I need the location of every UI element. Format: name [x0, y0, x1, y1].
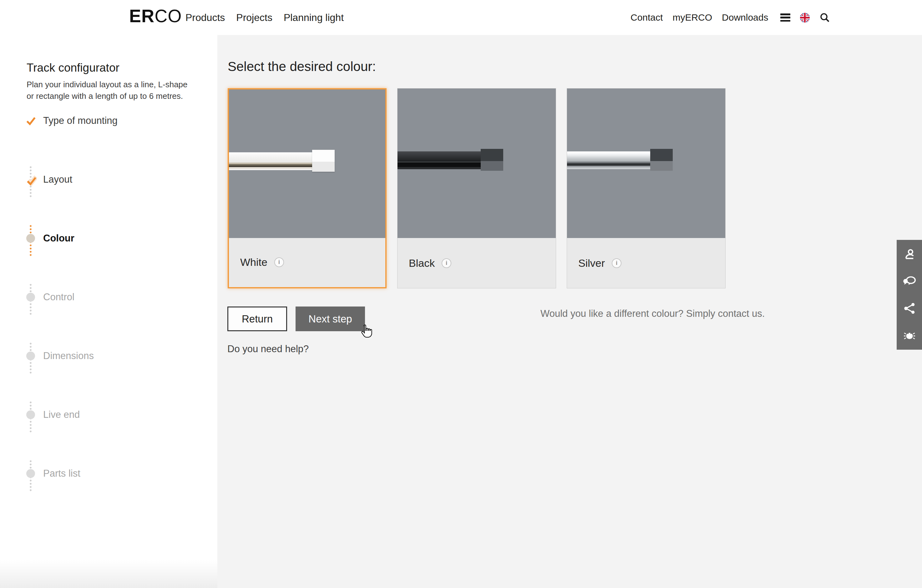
step-label: Dimensions — [43, 350, 94, 361]
step-colour[interactable]: Colour — [0, 232, 217, 245]
colour-name: Black — [409, 257, 435, 269]
share-icon[interactable] — [902, 302, 916, 315]
top-header: ERCO Products Projects Planning light Co… — [0, 0, 922, 35]
primary-nav: Products Projects Planning light — [185, 0, 344, 35]
info-icon[interactable]: i — [612, 258, 621, 268]
nav-planning-light[interactable]: Planning light — [284, 12, 344, 23]
sidebar-description: Plan your individual layout as a line, L… — [26, 79, 196, 102]
card-label-row: Silver i — [567, 238, 725, 288]
search-icon[interactable] — [819, 12, 830, 23]
user-icon[interactable] — [902, 247, 916, 261]
step-label: Parts list — [43, 468, 80, 479]
colour-option-black[interactable]: Black i — [397, 88, 556, 288]
step-label: Live end — [43, 409, 80, 420]
utility-nav: Contact myERCO Downloads — [631, 0, 830, 35]
info-icon[interactable]: i — [274, 257, 284, 267]
card-label-row: Black i — [397, 238, 556, 288]
nav-contact[interactable]: Contact — [631, 12, 663, 23]
page-heading: Select the desired colour: — [228, 59, 376, 74]
step-label: Colour — [43, 233, 74, 244]
black-track-image — [397, 88, 556, 238]
colour-name: Silver — [578, 257, 605, 269]
step-label: Type of mounting — [43, 115, 118, 126]
colour-name: White — [240, 256, 267, 268]
next-step-button[interactable]: Next step — [296, 307, 365, 331]
step-layout[interactable]: Layout — [0, 173, 217, 186]
hamburger-menu-icon[interactable] — [780, 13, 790, 21]
colour-option-silver[interactable]: Silver i — [567, 88, 726, 288]
configurator-sidebar: Track configurator Plan your individual … — [0, 35, 217, 588]
nav-products[interactable]: Products — [185, 12, 225, 23]
nav-downloads[interactable]: Downloads — [722, 12, 768, 23]
nav-projects[interactable]: Projects — [236, 12, 272, 23]
colour-option-white[interactable]: White i — [228, 88, 387, 288]
step-circle-icon — [26, 293, 35, 302]
return-button[interactable]: Return — [227, 307, 287, 331]
logo-text-light: CO — [155, 6, 182, 26]
info-icon[interactable]: i — [441, 258, 451, 268]
step-live-end[interactable]: Live end — [0, 408, 217, 421]
step-type-of-mounting[interactable]: Type of mounting — [0, 114, 217, 127]
step-label: Layout — [43, 174, 72, 185]
card-label-row: White i — [229, 237, 385, 287]
bug-icon[interactable] — [902, 328, 916, 342]
uk-flag-language-icon[interactable] — [800, 13, 810, 23]
check-icon — [26, 116, 36, 126]
step-circle-icon — [26, 410, 35, 419]
erco-track-configurator-page: ERCO Products Projects Planning light Co… — [0, 0, 922, 588]
nav-myerco[interactable]: myERCO — [672, 12, 712, 23]
check-icon-highlighted — [26, 175, 36, 185]
step-dimensions[interactable]: Dimensions — [0, 349, 217, 363]
step-circle-icon — [26, 469, 35, 478]
white-track-image — [229, 90, 385, 238]
logo-text-bold: ER — [129, 6, 155, 26]
step-control[interactable]: Control — [0, 290, 217, 304]
current-step-circle-icon — [26, 234, 35, 243]
sidebar-title: Track configurator — [26, 61, 119, 74]
need-help-link[interactable]: Do you need help? — [227, 343, 309, 355]
silver-track-image — [567, 88, 725, 238]
step-label: Control — [43, 291, 74, 303]
floating-side-toolbar — [897, 240, 922, 350]
different-colour-hint: Would you like a different colour? Simpl… — [540, 308, 765, 319]
step-circle-icon — [26, 351, 35, 360]
step-parts-list[interactable]: Parts list — [0, 467, 217, 480]
erco-logo[interactable]: ERCO — [129, 6, 182, 26]
chat-icon[interactable] — [902, 274, 916, 288]
